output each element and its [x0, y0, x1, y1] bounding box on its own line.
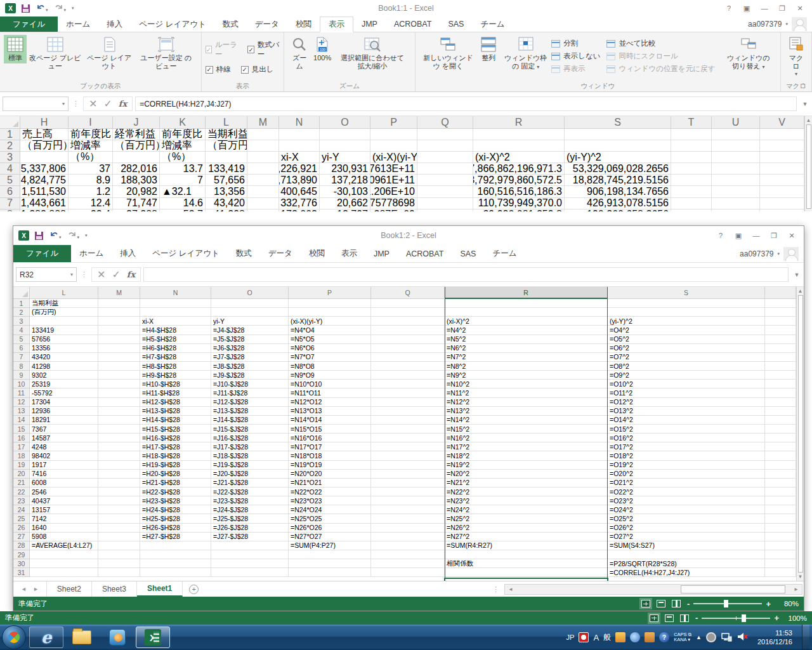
cell-V5[interactable] [760, 175, 804, 186]
cell-M3[interactable] [98, 317, 140, 326]
cell-Q17[interactable] [371, 442, 445, 451]
cell-M10[interactable] [98, 380, 140, 388]
undo-icon[interactable]: ▾ [36, 3, 48, 14]
cell-S29[interactable] [608, 550, 765, 559]
cell-R16[interactable]: =N16^2 [445, 434, 608, 442]
cell-N5[interactable]: 3,713,890 [279, 175, 320, 186]
cell-L3[interactable] [30, 317, 98, 326]
volume-muted-icon[interactable] [737, 632, 748, 643]
cell-S25[interactable]: =O25^2 [608, 514, 765, 523]
column-header-S[interactable]: S [608, 287, 765, 299]
cell-H4[interactable]: 5,337,806 [20, 163, 69, 175]
maximize-button[interactable]: ❐ [766, 229, 782, 242]
cell-S2[interactable] [565, 140, 671, 152]
cell-M3[interactable] [247, 152, 279, 163]
cell-L25[interactable]: 7142 [30, 514, 98, 523]
cell-O8[interactable]: -13,797 [320, 209, 370, 211]
cell-P8[interactable]: =N8*O8 [289, 362, 371, 371]
cell-S6[interactable]: =O6^2 [608, 344, 765, 353]
row-header-29[interactable]: 29 [13, 550, 30, 559]
row-header-7[interactable]: 7 [0, 198, 20, 209]
row-header-25[interactable]: 25 [13, 514, 30, 523]
excel-app-icon[interactable]: X [18, 230, 29, 241]
cell-L7[interactable]: 43420 [30, 353, 98, 362]
cell-P17[interactable]: =N17*O17 [289, 442, 371, 451]
cell-Q30[interactable] [371, 559, 445, 568]
cell-8[interactable] [765, 362, 796, 371]
cell-L15[interactable]: 7367 [30, 425, 98, 434]
zoom-button[interactable]: ズーム [288, 35, 311, 71]
cell-R21[interactable]: =N21^2 [445, 479, 608, 488]
ime-alpha-indicator[interactable]: A [593, 633, 599, 642]
w2-tab-2[interactable]: 挿入 [112, 245, 144, 262]
column-header-N[interactable]: N [140, 287, 211, 299]
row-header-9[interactable]: 9 [13, 371, 30, 380]
view-side-by-side-button[interactable]: 並べて比較 [606, 39, 715, 48]
cell-S1[interactable] [565, 129, 671, 140]
cell-I7[interactable]: 12.4 [69, 198, 113, 209]
cell-S21[interactable]: =O21^2 [608, 479, 765, 488]
cell-M23[interactable] [98, 496, 140, 505]
cell-T5[interactable] [671, 175, 712, 186]
w1-tab-file[interactable]: ファイル [0, 17, 58, 32]
user-account-2[interactable]: aa097379 ▾ [740, 245, 804, 262]
cell-N26[interactable]: =H26-$H$28 [140, 524, 211, 533]
cell-18[interactable] [765, 451, 796, 460]
undo-dropdown-icon[interactable]: ▾ [46, 8, 48, 12]
formula-bar-expand-icon[interactable]: ▼ [791, 272, 802, 278]
column-header-Q[interactable]: Q [417, 116, 473, 129]
cell-V1[interactable] [760, 129, 804, 140]
column-header-U[interactable]: U [712, 116, 760, 129]
cell-J7[interactable]: 71,747 [113, 198, 160, 209]
cell-M20[interactable] [98, 470, 140, 479]
cell-O20[interactable]: =J20-$J$28 [211, 470, 289, 479]
cell-S2[interactable] [608, 308, 765, 317]
w1-tab-9[interactable]: ACROBAT [386, 17, 440, 32]
cell-S4[interactable]: =O4^2 [608, 326, 765, 335]
cell-N1[interactable] [140, 299, 211, 308]
row-header-23[interactable]: 23 [13, 496, 30, 505]
cell-S19[interactable]: =O19^2 [608, 461, 765, 470]
cell-T6[interactable] [671, 186, 712, 197]
cell-S22[interactable]: =O22^2 [608, 488, 765, 496]
cell-Q6[interactable] [371, 344, 445, 353]
cell-H7[interactable]: 1,443,661 [20, 198, 69, 209]
cell-N22[interactable]: =H22-$H$28 [140, 488, 211, 496]
cell-M4[interactable] [247, 163, 279, 175]
cell-M8[interactable] [247, 209, 279, 211]
w2-tab-8[interactable]: JMP [365, 245, 398, 262]
split-button[interactable]: 分割 [551, 39, 600, 48]
cell-12[interactable] [765, 398, 796, 407]
cell-N2[interactable] [140, 308, 211, 317]
row-header-31[interactable]: 31 [13, 568, 30, 577]
column-header-S[interactable]: S [565, 116, 671, 129]
row-header-20[interactable]: 20 [13, 470, 30, 479]
cell-N7[interactable]: =H7-$H$28 [140, 353, 211, 362]
cell-N10[interactable]: =H10-$H$28 [140, 380, 211, 388]
cell-L4[interactable]: 133,419 [206, 163, 247, 175]
cell-Q1[interactable] [371, 299, 445, 308]
cell-27[interactable] [765, 533, 796, 541]
freeze-panes-button[interactable]: ウィンドウ枠の 固定 ▾ [500, 35, 551, 71]
cell-1[interactable] [765, 299, 796, 308]
row-header-2[interactable]: 2 [13, 308, 30, 317]
sheet-prev-icon[interactable]: ◄ [21, 586, 27, 592]
cell-S30[interactable]: =P28/SQRT(R28*S28) [608, 559, 765, 568]
scroll-thumb[interactable] [798, 295, 803, 573]
row-header-16[interactable]: 16 [13, 434, 30, 442]
cell-V8[interactable] [760, 209, 804, 211]
cell-Q5[interactable] [371, 335, 445, 344]
minimize-button[interactable]: — [748, 229, 764, 242]
cell-R22[interactable]: =N22^2 [445, 488, 608, 496]
cell-Q3[interactable] [417, 152, 473, 163]
formula-input-2[interactable] [143, 267, 789, 282]
cell-Q18[interactable] [371, 451, 445, 460]
cell-L8[interactable]: 41,298 [206, 209, 247, 211]
formula-input-1[interactable]: =CORREL(H4:H27,J4:J27) [135, 96, 797, 111]
row-header-12[interactable]: 12 [13, 398, 30, 407]
row-header-2[interactable]: 2 [0, 140, 20, 152]
cell-U1[interactable] [712, 129, 760, 140]
cell-O8[interactable]: =J8-$J$28 [211, 362, 289, 371]
cell-Q22[interactable] [371, 488, 445, 496]
cell-S7[interactable]: 426,913,078.5156 [565, 198, 671, 209]
